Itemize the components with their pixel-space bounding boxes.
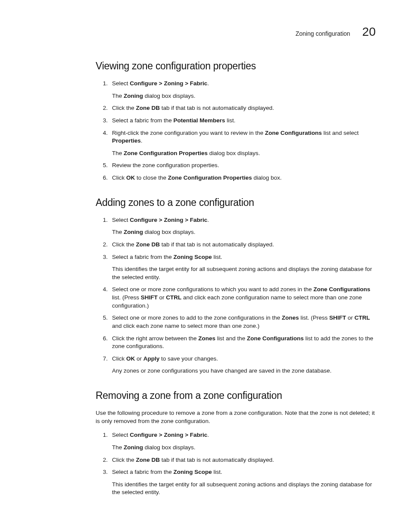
- step-number: 6.: [96, 335, 112, 351]
- step-number: 2.: [96, 104, 112, 112]
- step: 6.Click OK to close the Zone Configurati…: [96, 174, 376, 182]
- step-body: Review the zone configuration properties…: [112, 162, 376, 170]
- step-text: Select a fabric from the Zoning Scope li…: [112, 468, 376, 476]
- step-number: 3.: [96, 117, 112, 125]
- step: 4.Right-click the zone configuration you…: [96, 129, 376, 158]
- step-text: Review the zone configuration properties…: [112, 162, 376, 170]
- step-text: Select one or more zone configurations t…: [112, 286, 376, 310]
- step: 1.Select Configure > Zoning > Fabric.The…: [96, 431, 376, 451]
- step-number: 1.: [96, 216, 112, 236]
- step-body: Click OK to close the Zone Configuration…: [112, 174, 376, 182]
- step: 2.Click the Zone DB tab if that tab is n…: [96, 456, 376, 464]
- step-body: Click the Zone DB tab if that tab is not…: [112, 456, 376, 464]
- step-number: 4.: [96, 286, 112, 310]
- step: 3.Select a fabric from the Zoning Scope …: [96, 253, 376, 282]
- step-result-text: The Zone Configuration Properties dialog…: [112, 149, 376, 158]
- step-text: Right-click the zone configuration you w…: [112, 129, 376, 145]
- step-text: Select a fabric from the Zoning Scope li…: [112, 253, 376, 261]
- step-number: 6.: [96, 174, 112, 182]
- step-result-text: The Zoning dialog box displays.: [112, 228, 376, 236]
- step-text: Select a fabric from the Potential Membe…: [112, 117, 376, 125]
- step-text: Click the Zone DB tab if that tab is not…: [112, 456, 376, 464]
- section-heading: Removing a zone from a zone configuratio…: [96, 390, 376, 401]
- step-body: Select a fabric from the Potential Membe…: [112, 117, 376, 125]
- section: Viewing zone configuration properties1.S…: [96, 60, 376, 182]
- section-intro: Use the following procedure to remove a …: [96, 409, 376, 425]
- step-result-text: This identifies the target entity for al…: [112, 265, 376, 281]
- step-text: Select Configure > Zoning > Fabric.: [112, 80, 376, 88]
- step-result-text: This identifies the target entity for al…: [112, 481, 376, 497]
- section-heading: Adding zones to a zone configuration: [96, 197, 376, 208]
- step: 7.Click OK or Apply to save your changes…: [96, 355, 376, 375]
- step-body: Click the Zone DB tab if that tab is not…: [112, 104, 376, 112]
- step-text: Click OK to close the Zone Configuration…: [112, 174, 376, 182]
- page: Zoning configuration 20 Viewing zone con…: [0, 0, 411, 532]
- step-body: Select a fabric from the Zoning Scope li…: [112, 253, 376, 282]
- step: 1.Select Configure > Zoning > Fabric.The…: [96, 216, 376, 236]
- step-number: 2.: [96, 456, 112, 464]
- step: 6.Click the right arrow between the Zone…: [96, 335, 376, 351]
- section: Removing a zone from a zone configuratio…: [96, 390, 376, 497]
- step: 4.Select one or more zone configurations…: [96, 286, 376, 310]
- step-text: Select Configure > Zoning > Fabric.: [112, 431, 376, 439]
- step-body: Click the Zone DB tab if that tab is not…: [112, 241, 376, 249]
- content-body: Viewing zone configuration properties1.S…: [96, 60, 376, 497]
- step-body: Click OK or Apply to save your changes.A…: [112, 355, 376, 375]
- step-body: Select Configure > Zoning > Fabric.The Z…: [112, 216, 376, 236]
- step-number: 2.: [96, 241, 112, 249]
- step-body: Select one or more zones to add to the z…: [112, 314, 376, 330]
- step-text: Select one or more zones to add to the z…: [112, 314, 376, 330]
- step-result-text: Any zones or zone configurations you hav…: [112, 367, 376, 375]
- step: 2.Click the Zone DB tab if that tab is n…: [96, 241, 376, 249]
- step-text: Click the right arrow between the Zones …: [112, 335, 376, 351]
- step-number: 7.: [96, 355, 112, 375]
- step-body: Select Configure > Zoning > Fabric.The Z…: [112, 80, 376, 100]
- step: 5.Select one or more zones to add to the…: [96, 314, 376, 330]
- step-result-text: The Zoning dialog box displays.: [112, 92, 376, 100]
- step-number: 5.: [96, 162, 112, 170]
- step: 1.Select Configure > Zoning > Fabric.The…: [96, 80, 376, 100]
- section-heading: Viewing zone configuration properties: [96, 60, 376, 72]
- step-text: Click the Zone DB tab if that tab is not…: [112, 104, 376, 112]
- step-body: Click the right arrow between the Zones …: [112, 335, 376, 351]
- step-body: Select a fabric from the Zoning Scope li…: [112, 468, 376, 497]
- step-number: 5.: [96, 314, 112, 330]
- step: 5.Review the zone configuration properti…: [96, 162, 376, 170]
- header-chapter-number: 20: [362, 25, 376, 39]
- step-number: 1.: [96, 431, 112, 451]
- step-text: Click the Zone DB tab if that tab is not…: [112, 241, 376, 249]
- step-text: Select Configure > Zoning > Fabric.: [112, 216, 376, 224]
- step-text: Click OK or Apply to save your changes.: [112, 355, 376, 363]
- step-body: Select Configure > Zoning > Fabric.The Z…: [112, 431, 376, 451]
- step-number: 3.: [96, 253, 112, 282]
- step-body: Right-click the zone configuration you w…: [112, 129, 376, 158]
- step-number: 3.: [96, 468, 112, 497]
- running-header: Zoning configuration 20: [35, 25, 376, 39]
- step-result-text: The Zoning dialog box displays.: [112, 444, 376, 452]
- step: 2.Click the Zone DB tab if that tab is n…: [96, 104, 376, 112]
- step-body: Select one or more zone configurations t…: [112, 286, 376, 310]
- section: Adding zones to a zone configuration1.Se…: [96, 197, 376, 375]
- step: 3.Select a fabric from the Zoning Scope …: [96, 468, 376, 497]
- step: 3.Select a fabric from the Potential Mem…: [96, 117, 376, 125]
- step-number: 4.: [96, 129, 112, 158]
- header-section: Zoning configuration: [296, 30, 350, 37]
- step-number: 1.: [96, 80, 112, 100]
